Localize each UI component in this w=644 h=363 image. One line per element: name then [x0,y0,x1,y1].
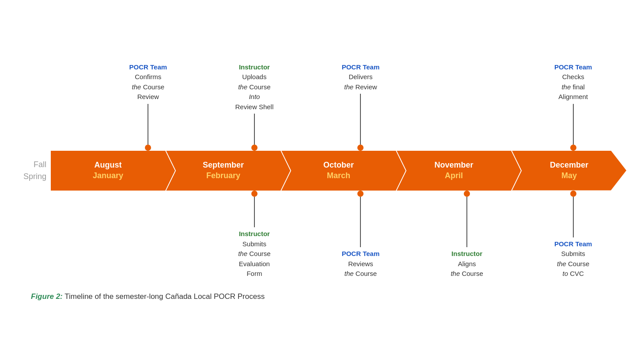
bottom-ann-col-nov-apr: InstructorAlignsthe Course [414,191,520,279]
bottom-ann-col-sep-feb: InstructorSubmitsthe CourseEvaluationFor… [201,191,308,279]
month-spring-aug-jan: January [93,171,123,181]
top-annotations-section: POCR TeamConfirmsthe CourseReviewInstruc… [18,62,626,151]
bottom-ann-text-oct-mar: POCR TeamReviewsthe Course [342,249,380,279]
season-spring: Spring [18,171,46,183]
timeline-arrow: AugustJanuarySeptemberFebruaryOctoberMar… [51,151,626,191]
top-ann-col-aug-jan: POCR TeamConfirmsthe CourseReview [95,62,201,151]
top-ann-text-aug-jan: POCR TeamConfirmsthe CourseReview [129,62,167,102]
month-fall-sep-feb: September [203,160,244,170]
figure-caption: Figure 2: Timeline of the semester-long … [18,292,265,301]
top-ann-col-sep-feb: InstructorUploadsthe CourseIntoReview Sh… [201,62,308,151]
month-spring-oct-mar: March [327,171,350,181]
timeline-segment-aug-jan: AugustJanuary [51,151,165,191]
top-ann-col-oct-mar: POCR TeamDeliversthe Review [307,62,414,151]
month-spring-sep-feb: February [206,171,240,181]
bottom-ann-text-nov-apr: InstructorAlignsthe Course [451,249,483,279]
month-spring-dec-may: May [561,171,577,181]
bottom-ann-col-oct-mar: POCR TeamReviewsthe Course [307,191,414,279]
timeline-segment-nov-apr: NovemberApril [397,151,511,191]
figure-label: Figure 2: [31,292,63,301]
month-fall-oct-mar: October [323,160,354,170]
bottom-ann-col-dec-may: POCR TeamSubmitsthe Courseto CVC [520,191,626,279]
timeline-section: Fall Spring AugustJanuarySeptemberFebrua… [18,151,626,191]
timeline-segment-dec-may: DecemberMay [512,151,626,191]
bottom-annotations-section: InstructorSubmitsthe CourseEvaluationFor… [18,191,626,279]
timeline-segment-oct-mar: OctoberMarch [281,151,396,191]
main-container: POCR TeamConfirmsthe CourseReviewInstruc… [0,0,644,363]
month-fall-aug-jan: August [95,160,122,170]
figure-text: Timeline of the semester-long Cañada Loc… [64,292,265,301]
diagram-wrapper: POCR TeamConfirmsthe CourseReviewInstruc… [18,62,626,279]
top-ann-text-sep-feb: InstructorUploadsthe CourseIntoReview Sh… [235,62,274,112]
bottom-ann-text-dec-may: POCR TeamSubmitsthe Courseto CVC [554,239,592,279]
month-fall-nov-apr: November [434,160,473,170]
top-ann-text-oct-mar: POCR TeamDeliversthe Review [342,62,380,92]
month-spring-nov-apr: April [445,171,463,181]
top-ann-col-dec-may: POCR TeamChecksthe finalAlignment [520,62,626,151]
top-ann-text-dec-may: POCR TeamChecksthe finalAlignment [554,62,592,102]
bottom-ann-text-sep-feb: InstructorSubmitsthe CourseEvaluationFor… [238,229,270,279]
season-labels: Fall Spring [18,159,46,183]
timeline-segment-sep-feb: SeptemberFebruary [166,151,280,191]
month-fall-dec-may: December [550,160,588,170]
season-fall: Fall [18,159,46,171]
